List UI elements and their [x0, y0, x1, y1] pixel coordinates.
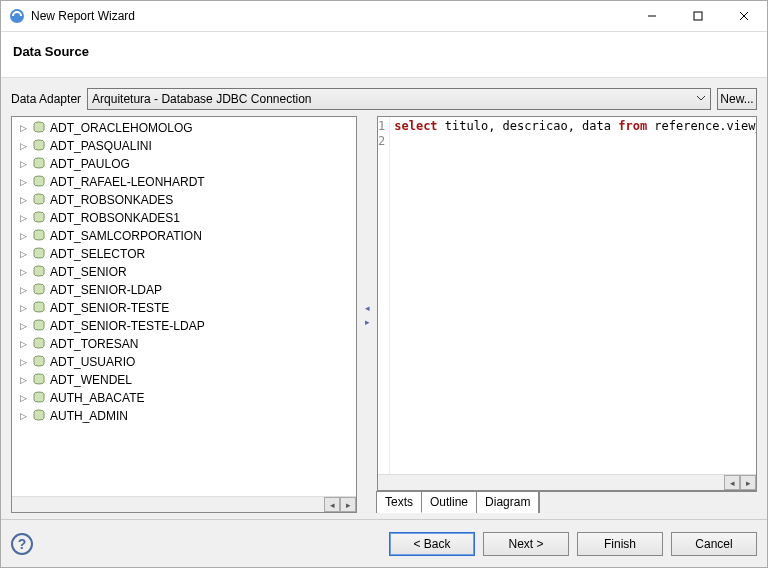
data-adapter-combo[interactable]: Arquitetura - Database JDBC Connection	[87, 88, 711, 110]
tree-node[interactable]: ▷ADT_USUARIO	[12, 353, 356, 371]
schema-icon	[32, 139, 46, 154]
sql-keyword: from	[618, 119, 647, 133]
expand-caret-icon[interactable]: ▷	[18, 375, 28, 385]
tree-node-label: AUTH_ADMIN	[50, 409, 128, 423]
tree-node[interactable]: ▷ADT_SENIOR	[12, 263, 356, 281]
close-button[interactable]	[721, 1, 767, 31]
expand-caret-icon[interactable]: ▷	[18, 249, 28, 259]
line-number: 1	[378, 119, 385, 134]
tree-node[interactable]: ▷ADT_SENIOR-TESTE-LDAP	[12, 317, 356, 335]
expand-caret-icon[interactable]: ▷	[18, 339, 28, 349]
tree-node[interactable]: ▷AUTH_ABACATE	[12, 389, 356, 407]
schema-icon	[32, 157, 46, 172]
sql-editor[interactable]: 12 select titulo, descricao, data from r…	[377, 116, 757, 491]
maximize-button[interactable]	[675, 1, 721, 31]
sql-text: reference.view_tarefa	[647, 119, 756, 133]
page-title: Data Source	[13, 44, 755, 59]
tree-node-label: ADT_TORESAN	[50, 337, 138, 351]
code-line[interactable]: select titulo, descricao, data from refe…	[394, 119, 756, 134]
tree-node[interactable]: ▷ADT_RAFAEL-LEONHARDT	[12, 173, 356, 191]
expand-caret-icon[interactable]: ▷	[18, 141, 28, 151]
tree-node[interactable]: ▷ADT_WENDEL	[12, 371, 356, 389]
scroll-left-icon[interactable]: ◂	[324, 497, 340, 512]
tab-diagram[interactable]: Diagram	[477, 492, 539, 513]
schema-icon	[32, 319, 46, 334]
expand-caret-icon[interactable]: ▷	[18, 159, 28, 169]
tree-node[interactable]: ▷ADT_SENIOR-LDAP	[12, 281, 356, 299]
tree-node[interactable]: ▷ADT_SELECTOR	[12, 245, 356, 263]
data-adapter-label: Data Adapter	[11, 92, 81, 106]
expand-caret-icon[interactable]: ▷	[18, 285, 28, 295]
data-adapter-row: Data Adapter Arquitetura - Database JDBC…	[11, 88, 757, 110]
tree-node[interactable]: ▷ADT_PASQUALINI	[12, 137, 356, 155]
titlebar: New Report Wizard	[1, 1, 767, 32]
split-panes: ▷ADT_ORACLEHOMOLOG▷ADT_PASQUALINI▷ADT_PA…	[11, 116, 757, 513]
schema-icon	[32, 229, 46, 244]
back-button[interactable]: < Back	[389, 532, 475, 556]
collapse-right-icon: ▸	[365, 317, 370, 327]
help-icon[interactable]: ?	[11, 533, 33, 555]
wizard-footer: ? < Back Next > Finish Cancel	[1, 519, 767, 567]
schema-icon	[32, 355, 46, 370]
tree-node-label: ADT_ROBSONKADES1	[50, 211, 180, 225]
schema-icon	[32, 301, 46, 316]
tree-node[interactable]: ▷AUTH_ADMIN	[12, 407, 356, 425]
chevron-down-icon	[696, 92, 706, 106]
sql-editor-body[interactable]: 12 select titulo, descricao, data from r…	[378, 117, 756, 474]
expand-caret-icon[interactable]: ▷	[18, 357, 28, 367]
tree-node-label: ADT_SENIOR-LDAP	[50, 283, 162, 297]
tree-node[interactable]: ▷ADT_SAMLCORPORATION	[12, 227, 356, 245]
line-number: 2	[378, 134, 385, 149]
minimize-button[interactable]	[629, 1, 675, 31]
schema-icon	[32, 211, 46, 226]
new-adapter-button[interactable]: New...	[717, 88, 757, 110]
expand-caret-icon[interactable]: ▷	[18, 393, 28, 403]
tree-node-label: ADT_RAFAEL-LEONHARDT	[50, 175, 205, 189]
expand-caret-icon[interactable]: ▷	[18, 411, 28, 421]
editor-hscroll[interactable]: ◂ ▸	[378, 474, 756, 490]
cancel-button[interactable]: Cancel	[671, 532, 757, 556]
tree-hscroll[interactable]: ◂ ▸	[12, 496, 356, 512]
code-line[interactable]	[394, 134, 756, 149]
content-area: Data Adapter Arquitetura - Database JDBC…	[1, 78, 767, 519]
tree-node-label: ADT_SENIOR-TESTE	[50, 301, 169, 315]
tree-node[interactable]: ▷ADT_PAULOG	[12, 155, 356, 173]
schema-icon	[32, 337, 46, 352]
expand-caret-icon[interactable]: ▷	[18, 177, 28, 187]
sql-code[interactable]: select titulo, descricao, data from refe…	[390, 117, 756, 474]
tree-node-label: ADT_SELECTOR	[50, 247, 145, 261]
tree-node-label: ADT_ROBSONKADES	[50, 193, 173, 207]
collapse-left-icon: ◂	[365, 303, 370, 313]
tab-texts[interactable]: Texts	[377, 492, 422, 513]
tree-node-label: ADT_WENDEL	[50, 373, 132, 387]
expand-caret-icon[interactable]: ▷	[18, 303, 28, 313]
tab-outline[interactable]: Outline	[422, 492, 477, 513]
schema-tree[interactable]: ▷ADT_ORACLEHOMOLOG▷ADT_PASQUALINI▷ADT_PA…	[12, 117, 356, 496]
schema-tree-pane: ▷ADT_ORACLEHOMOLOG▷ADT_PASQUALINI▷ADT_PA…	[11, 116, 357, 513]
tree-node[interactable]: ▷ADT_ROBSONKADES	[12, 191, 356, 209]
expand-caret-icon[interactable]: ▷	[18, 195, 28, 205]
tree-node[interactable]: ▷ADT_ORACLEHOMOLOG	[12, 119, 356, 137]
expand-caret-icon[interactable]: ▷	[18, 267, 28, 277]
finish-button[interactable]: Finish	[577, 532, 663, 556]
schema-icon	[32, 409, 46, 424]
expand-caret-icon[interactable]: ▷	[18, 123, 28, 133]
tree-node-label: AUTH_ABACATE	[50, 391, 144, 405]
data-adapter-value: Arquitetura - Database JDBC Connection	[92, 92, 311, 106]
expand-caret-icon[interactable]: ▷	[18, 321, 28, 331]
split-handle[interactable]: ◂ ▸	[357, 116, 377, 513]
tree-node-label: ADT_SENIOR-TESTE-LDAP	[50, 319, 205, 333]
tree-node[interactable]: ▷ADT_ROBSONKADES1	[12, 209, 356, 227]
schema-icon	[32, 193, 46, 208]
scroll-right-icon[interactable]: ▸	[340, 497, 356, 512]
tree-node[interactable]: ▷ADT_TORESAN	[12, 335, 356, 353]
scroll-right-icon[interactable]: ▸	[740, 475, 756, 490]
expand-caret-icon[interactable]: ▷	[18, 213, 28, 223]
scroll-left-icon[interactable]: ◂	[724, 475, 740, 490]
query-pane: 12 select titulo, descricao, data from r…	[377, 116, 757, 513]
tree-node[interactable]: ▷ADT_SENIOR-TESTE	[12, 299, 356, 317]
expand-caret-icon[interactable]: ▷	[18, 231, 28, 241]
schema-icon	[32, 391, 46, 406]
line-gutter: 12	[378, 117, 390, 474]
next-button[interactable]: Next >	[483, 532, 569, 556]
